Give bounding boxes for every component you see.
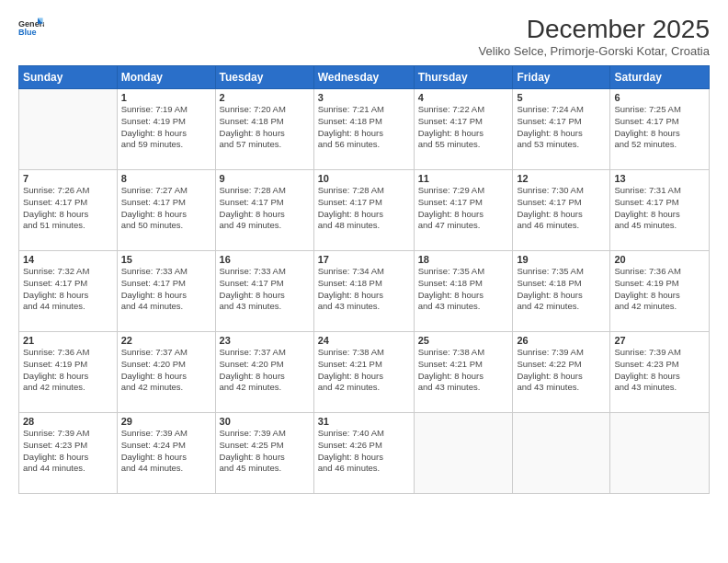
day-info: Sunrise: 7:33 AMSunset: 4:17 PMDaylight:… [220,266,310,313]
table-row: 31Sunrise: 7:40 AMSunset: 4:26 PMDayligh… [313,413,414,494]
day-info: Sunrise: 7:26 AMSunset: 4:17 PMDaylight:… [23,185,113,232]
table-row: 20Sunrise: 7:36 AMSunset: 4:19 PMDayligh… [610,251,710,332]
table-row: 27Sunrise: 7:39 AMSunset: 4:23 PMDayligh… [610,332,710,413]
day-number: 7 [23,173,113,184]
logo: General Blue [18,15,44,40]
day-info: Sunrise: 7:39 AMSunset: 4:24 PMDaylight:… [121,428,211,475]
table-row: 8Sunrise: 7:27 AMSunset: 4:17 PMDaylight… [117,170,215,251]
day-info: Sunrise: 7:30 AMSunset: 4:17 PMDaylight:… [517,185,606,232]
day-info: Sunrise: 7:37 AMSunset: 4:20 PMDaylight:… [121,347,211,394]
day-info: Sunrise: 7:28 AMSunset: 4:17 PMDaylight:… [318,185,410,232]
day-number: 27 [614,335,705,346]
table-row: 5Sunrise: 7:24 AMSunset: 4:17 PMDaylight… [513,89,610,170]
day-number: 25 [418,335,509,346]
day-number: 30 [220,416,310,427]
col-friday: Friday [513,66,610,89]
day-number: 18 [418,254,509,265]
day-number: 8 [121,173,211,184]
table-row: 17Sunrise: 7:34 AMSunset: 4:18 PMDayligh… [313,251,414,332]
day-info: Sunrise: 7:39 AMSunset: 4:23 PMDaylight:… [614,347,705,394]
day-info: Sunrise: 7:29 AMSunset: 4:17 PMDaylight:… [418,185,509,232]
day-number: 17 [318,254,410,265]
table-row: 3Sunrise: 7:21 AMSunset: 4:18 PMDaylight… [313,89,414,170]
location-subtitle: Veliko Selce, Primorje-Gorski Kotar, Cro… [479,44,710,58]
table-row: 18Sunrise: 7:35 AMSunset: 4:18 PMDayligh… [414,251,513,332]
table-row: 2Sunrise: 7:20 AMSunset: 4:18 PMDaylight… [215,89,313,170]
table-row: 15Sunrise: 7:33 AMSunset: 4:17 PMDayligh… [117,251,215,332]
day-info: Sunrise: 7:37 AMSunset: 4:20 PMDaylight:… [220,347,310,394]
col-thursday: Thursday [414,66,513,89]
day-number: 11 [418,173,509,184]
day-number: 20 [614,254,705,265]
calendar-week-row: 14Sunrise: 7:32 AMSunset: 4:17 PMDayligh… [19,251,710,332]
day-number: 2 [220,92,310,103]
day-number: 26 [517,335,606,346]
table-row: 12Sunrise: 7:30 AMSunset: 4:17 PMDayligh… [513,170,610,251]
table-row: 10Sunrise: 7:28 AMSunset: 4:17 PMDayligh… [313,170,414,251]
table-row: 7Sunrise: 7:26 AMSunset: 4:17 PMDaylight… [19,170,118,251]
title-block: December 2025 Veliko Selce, Primorje-Gor… [479,15,710,58]
table-row: 23Sunrise: 7:37 AMSunset: 4:20 PMDayligh… [215,332,313,413]
day-info: Sunrise: 7:24 AMSunset: 4:17 PMDaylight:… [517,104,606,151]
table-row: 25Sunrise: 7:38 AMSunset: 4:21 PMDayligh… [414,332,513,413]
day-info: Sunrise: 7:22 AMSunset: 4:17 PMDaylight:… [418,104,509,151]
day-info: Sunrise: 7:31 AMSunset: 4:17 PMDaylight:… [614,185,705,232]
day-info: Sunrise: 7:19 AMSunset: 4:19 PMDaylight:… [121,104,211,151]
logo-icon: General Blue [18,15,44,40]
col-wednesday: Wednesday [313,66,414,89]
day-number: 6 [614,92,705,103]
calendar-week-row: 7Sunrise: 7:26 AMSunset: 4:17 PMDaylight… [19,170,710,251]
day-info: Sunrise: 7:33 AMSunset: 4:17 PMDaylight:… [121,266,211,313]
day-info: Sunrise: 7:32 AMSunset: 4:17 PMDaylight:… [23,266,113,313]
day-number: 10 [318,173,410,184]
day-info: Sunrise: 7:38 AMSunset: 4:21 PMDaylight:… [318,347,410,394]
day-number: 29 [121,416,211,427]
day-info: Sunrise: 7:38 AMSunset: 4:21 PMDaylight:… [418,347,509,394]
table-row: 21Sunrise: 7:36 AMSunset: 4:19 PMDayligh… [19,332,118,413]
day-number: 13 [614,173,705,184]
svg-text:Blue: Blue [18,28,37,37]
day-info: Sunrise: 7:21 AMSunset: 4:18 PMDaylight:… [318,104,410,151]
table-row: 29Sunrise: 7:39 AMSunset: 4:24 PMDayligh… [117,413,215,494]
day-number: 21 [23,335,113,346]
table-row [610,413,710,494]
table-row: 11Sunrise: 7:29 AMSunset: 4:17 PMDayligh… [414,170,513,251]
table-row: 6Sunrise: 7:25 AMSunset: 4:17 PMDaylight… [610,89,710,170]
col-monday: Monday [117,66,215,89]
day-info: Sunrise: 7:36 AMSunset: 4:19 PMDaylight:… [614,266,705,313]
calendar-header-row: Sunday Monday Tuesday Wednesday Thursday… [19,66,710,89]
table-row: 30Sunrise: 7:39 AMSunset: 4:25 PMDayligh… [215,413,313,494]
day-info: Sunrise: 7:36 AMSunset: 4:19 PMDaylight:… [23,347,113,394]
day-number: 31 [318,416,410,427]
day-number: 15 [121,254,211,265]
day-number: 22 [121,335,211,346]
col-sunday: Sunday [19,66,118,89]
day-info: Sunrise: 7:39 AMSunset: 4:25 PMDaylight:… [220,428,310,475]
table-row: 22Sunrise: 7:37 AMSunset: 4:20 PMDayligh… [117,332,215,413]
month-year-title: December 2025 [479,15,710,44]
day-number: 1 [121,92,211,103]
day-number: 5 [517,92,606,103]
day-number: 3 [318,92,410,103]
day-number: 16 [220,254,310,265]
day-info: Sunrise: 7:28 AMSunset: 4:17 PMDaylight:… [220,185,310,232]
day-info: Sunrise: 7:35 AMSunset: 4:18 PMDaylight:… [418,266,509,313]
day-number: 14 [23,254,113,265]
day-number: 12 [517,173,606,184]
day-number: 24 [318,335,410,346]
table-row [414,413,513,494]
table-row [19,89,118,170]
day-info: Sunrise: 7:27 AMSunset: 4:17 PMDaylight:… [121,185,211,232]
day-info: Sunrise: 7:25 AMSunset: 4:17 PMDaylight:… [614,104,705,151]
col-tuesday: Tuesday [215,66,313,89]
day-number: 19 [517,254,606,265]
day-info: Sunrise: 7:40 AMSunset: 4:26 PMDaylight:… [318,428,410,475]
table-row: 24Sunrise: 7:38 AMSunset: 4:21 PMDayligh… [313,332,414,413]
day-number: 23 [220,335,310,346]
day-number: 4 [418,92,509,103]
table-row: 9Sunrise: 7:28 AMSunset: 4:17 PMDaylight… [215,170,313,251]
day-info: Sunrise: 7:39 AMSunset: 4:22 PMDaylight:… [517,347,606,394]
calendar-week-row: 1Sunrise: 7:19 AMSunset: 4:19 PMDaylight… [19,89,710,170]
table-row: 16Sunrise: 7:33 AMSunset: 4:17 PMDayligh… [215,251,313,332]
day-info: Sunrise: 7:34 AMSunset: 4:18 PMDaylight:… [318,266,410,313]
